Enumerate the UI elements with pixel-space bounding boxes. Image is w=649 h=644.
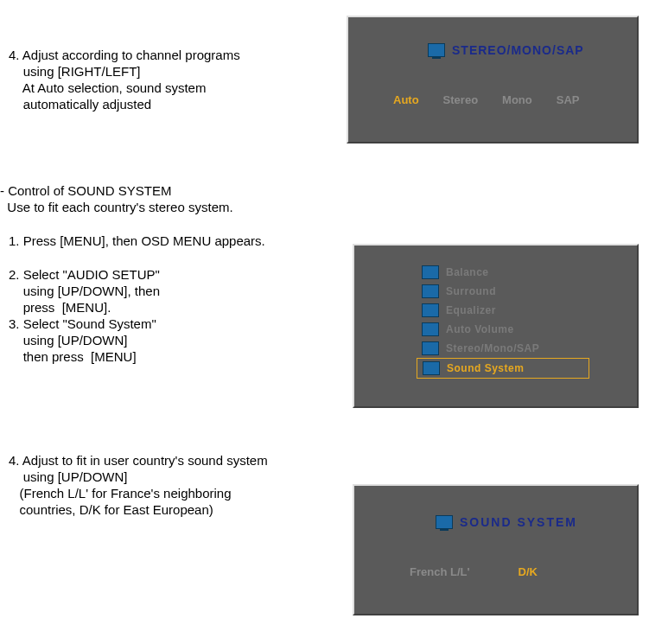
instruction-step2-line2: using [UP/DOWN], then: [9, 283, 160, 300]
osd-options-row: French L/L' D/K: [410, 565, 538, 578]
tv-icon: [428, 43, 445, 57]
section-sound-system-heading: - Control of SOUND SYSTEM: [0, 182, 171, 200]
osd-panel-audio-setup-menu: Balance Surround Equalizer Auto Volume S…: [353, 244, 639, 408]
instruction-step1: 1. Press [MENU], then OSD MENU appears.: [9, 233, 265, 250]
option-sap[interactable]: SAP: [557, 93, 580, 106]
menu-item-label: Sound System: [447, 362, 524, 374]
tv-icon: [423, 361, 440, 375]
osd-title: SOUND SYSTEM: [436, 515, 577, 529]
menu-item-label: Auto Volume: [446, 323, 514, 335]
osd-title-text: STEREO/MONO/SAP: [452, 43, 584, 57]
tv-icon: [422, 265, 439, 279]
menu-item-label: Stereo/Mono/SAP: [446, 342, 539, 354]
osd-options-row: Auto Stereo Mono SAP: [393, 93, 579, 106]
option-stereo[interactable]: Stereo: [443, 93, 478, 106]
instruction-step4b-line3: (French L/L' for France's neighboring: [9, 485, 232, 502]
instruction-step4a-line3: At Auto selection, sound system: [9, 80, 206, 97]
menu-item-label: Equalizer: [446, 304, 496, 316]
instruction-step2-line1: 2. Select "AUDIO SETUP": [9, 266, 160, 284]
menu-item-stereo-mono-sap[interactable]: Stereo/Mono/SAP: [417, 339, 589, 358]
option-auto[interactable]: Auto: [393, 93, 419, 106]
instruction-step3-line1: 3. Select "Sound System": [9, 316, 156, 333]
osd-title-text: SOUND SYSTEM: [460, 515, 577, 529]
instruction-step3-line2: using [UP/DOWN]: [9, 332, 128, 349]
option-dk[interactable]: D/K: [519, 565, 538, 578]
tv-icon: [436, 515, 453, 529]
instruction-step2-line3: press [MENU].: [9, 299, 111, 316]
osd-title: STEREO/MONO/SAP: [428, 43, 584, 57]
instruction-step4b-line2: using [UP/DOWN]: [9, 469, 128, 486]
instruction-step4a: 4. Adjust according to channel programs: [9, 47, 240, 64]
tv-icon: [422, 284, 439, 298]
section-sound-system-desc: Use to fit each country's stereo system.: [0, 199, 233, 216]
menu-item-surround[interactable]: Surround: [417, 282, 589, 301]
menu-list: Balance Surround Equalizer Auto Volume S…: [417, 263, 589, 379]
menu-item-sound-system[interactable]: Sound System: [417, 358, 589, 379]
instruction-step4a-line4: automatically adjusted: [9, 96, 151, 113]
menu-item-label: Balance: [446, 266, 489, 278]
menu-item-equalizer[interactable]: Equalizer: [417, 301, 589, 320]
menu-item-label: Surround: [446, 285, 496, 297]
tv-icon: [422, 322, 439, 336]
option-mono[interactable]: Mono: [502, 93, 532, 106]
osd-panel-stereo-mono-sap: STEREO/MONO/SAP Auto Stereo Mono SAP: [347, 16, 639, 143]
instruction-step4b-line4: countries, D/K for East European): [9, 501, 213, 519]
tv-icon: [422, 303, 439, 317]
manual-page: 4. Adjust according to channel programs …: [0, 0, 649, 644]
option-french-ll[interactable]: French L/L': [410, 565, 470, 578]
instruction-step3-line3: then press [MENU]: [9, 348, 137, 366]
instruction-step4b-line1: 4. Adjust to fit in user country's sound…: [9, 452, 268, 469]
menu-item-balance[interactable]: Balance: [417, 263, 589, 282]
tv-icon: [422, 341, 439, 355]
osd-panel-sound-system: SOUND SYSTEM French L/L' D/K: [353, 484, 639, 615]
menu-item-auto-volume[interactable]: Auto Volume: [417, 320, 589, 339]
instruction-step4a-line2: using [RIGHT/LEFT]: [9, 63, 141, 80]
